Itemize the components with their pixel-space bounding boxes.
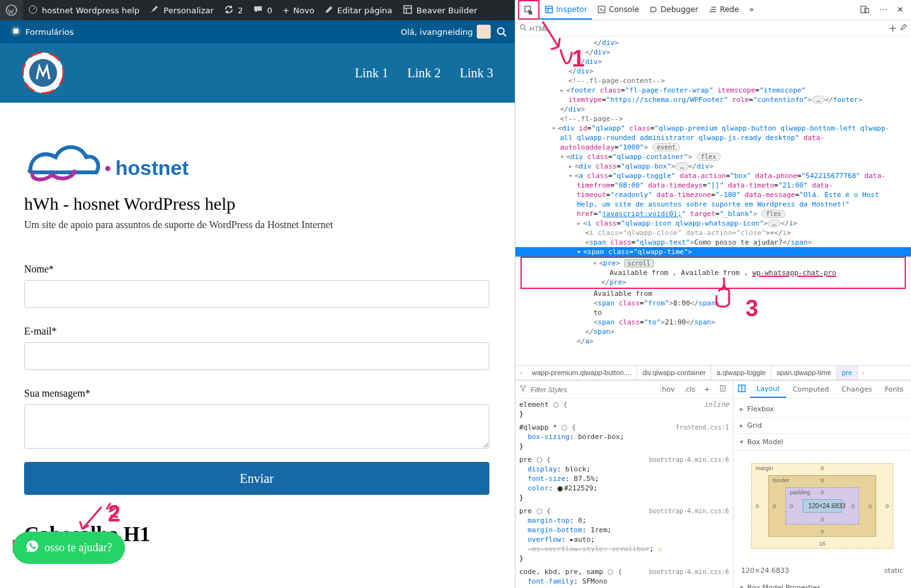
css-rules[interactable]: element {inline } #qlwapp * {frontend.cs… [515, 399, 733, 588]
element-picker[interactable] [518, 0, 539, 20]
plus-icon: + [283, 6, 290, 15]
nav-link-3[interactable]: Link 3 [460, 66, 493, 80]
crumb-3[interactable]: span.qlwapp-time [772, 366, 837, 380]
close-devtools[interactable]: ✕ [892, 0, 908, 20]
brush-icon [150, 4, 160, 16]
avatar-icon [477, 25, 491, 39]
styles-toolbar: :hov .cls + [515, 381, 733, 399]
svg-point-18 [553, 402, 559, 407]
boxmodel-section[interactable]: ▾Box Model [733, 434, 911, 451]
message-label: Sua mensagem* [24, 388, 491, 399]
layout-tabs: Layout Computed Changes Fonts [733, 381, 911, 399]
responsive-icon[interactable] [855, 0, 874, 20]
markup-tree[interactable]: </div> </div> </div> </div> <!--.fl-page… [515, 37, 911, 365]
svg-point-19 [562, 425, 567, 430]
submit-button[interactable]: Enviar [24, 462, 489, 495]
greeting[interactable]: Olá, ivangneiding [397, 25, 494, 39]
crumb-2[interactable]: a.qlwapp-toggle [711, 366, 772, 380]
site-logo[interactable] [22, 51, 65, 94]
console-tab[interactable]: Console [592, 0, 644, 20]
svg-point-22 [608, 570, 613, 575]
crumb-right[interactable]: › [858, 369, 869, 376]
html-search-bar: + [515, 20, 911, 37]
filter-icon [519, 385, 527, 394]
debugger-tab[interactable]: Debugger [644, 0, 703, 20]
box-model-diagram: margin 0 0 16 0 border 0 0 0 0 [733, 451, 911, 561]
svg-point-21 [537, 509, 542, 514]
email-input[interactable] [24, 342, 489, 370]
svg-point-8 [29, 59, 57, 87]
secondary-bar: Formulários Olá, ivangneiding [0, 20, 515, 43]
forms-item[interactable]: Formulários [6, 25, 77, 39]
html-search-input[interactable] [529, 25, 886, 32]
search-icon [519, 23, 527, 33]
layout-panel[interactable]: ▸Flexbox ▸Grid ▾Box Model margin 0 0 16 … [733, 399, 911, 588]
page-content: hostnet hWh - hosnet WordPress help Um s… [0, 103, 515, 588]
grid-section[interactable]: ▸Grid [733, 418, 911, 434]
devtools-toolbar: Inspetor Console Debugger Rede » ⋯ ✕ [515, 0, 911, 20]
add-node-icon[interactable]: + [889, 22, 897, 34]
svg-point-16 [520, 25, 526, 30]
layout-tab[interactable]: Layout [750, 381, 786, 398]
hostnet-logo: hostnet [24, 138, 208, 191]
computed-tab[interactable]: Computed [786, 381, 835, 398]
svg-rect-2 [404, 6, 411, 13]
whatsapp-icon [25, 539, 39, 556]
comment-icon [253, 4, 263, 16]
search-toggle[interactable] [494, 25, 508, 39]
comments-link[interactable]: 0 [248, 0, 277, 20]
hero-nav: Link 1 Link 2 Link 3 [0, 43, 515, 103]
crumb-0[interactable]: wapp-premium.qlwapp-button.... [527, 366, 637, 380]
inspector-tab[interactable]: Inspetor [539, 0, 592, 20]
edit-page-link[interactable]: Editar página [320, 0, 397, 20]
svg-point-0 [6, 5, 16, 15]
wp-logo[interactable] [0, 0, 23, 20]
message-textarea[interactable] [24, 404, 489, 449]
network-tab[interactable]: Rede [703, 0, 744, 20]
fonts-tab[interactable]: Fonts [878, 381, 910, 398]
crumb-1[interactable]: div.qlwapp-container [637, 366, 711, 380]
dimensions-value: 120×24.6833 [741, 566, 789, 575]
email-label: E-mail* [24, 326, 491, 337]
whatsapp-button[interactable]: osso te ajudar? [13, 532, 125, 564]
bmprops-section[interactable]: ▾Box Model Properties [733, 580, 911, 588]
flexbox-section[interactable]: ▸Flexbox [733, 401, 911, 418]
nav-link-1[interactable]: Link 1 [355, 66, 389, 80]
svg-point-20 [537, 457, 542, 463]
nav-link-2[interactable]: Link 2 [407, 66, 441, 80]
hov-button[interactable]: :hov [657, 384, 678, 395]
svg-point-5 [498, 28, 504, 34]
highlight-box-pre: ▾<pre> scroll Available from , Available… [520, 257, 906, 289]
beaver-builder-link[interactable]: Beaver Builder [397, 0, 482, 20]
position-value: static [884, 566, 903, 575]
crumb-4[interactable]: pre [837, 366, 858, 380]
svg-rect-12 [546, 6, 553, 13]
name-label: Nome* [24, 264, 491, 275]
kebab-icon[interactable]: ⋯ [874, 0, 892, 20]
more-tabs[interactable]: » [744, 0, 759, 20]
new-link[interactable]: +Novo [278, 0, 320, 20]
wp-admin-bar: hostnet Wordpress help Personalizar 2 0 … [0, 0, 515, 20]
changes-tab[interactable]: Changes [836, 381, 879, 398]
updates-link[interactable]: 2 [219, 0, 248, 20]
cls-button[interactable]: .cls [681, 384, 697, 395]
styles-settings-icon[interactable] [716, 383, 729, 395]
site-name[interactable]: hostnet Wordpress help [23, 0, 145, 20]
contact-form: Nome* E-mail* Sua mensagem* Enviar [24, 264, 491, 495]
customize-link[interactable]: Personalizar [145, 0, 219, 20]
breadcrumbs: ‹ wapp-premium.qlwapp-button.... div.qlw… [515, 365, 911, 380]
filter-styles-input[interactable] [531, 386, 654, 393]
new-rule-icon[interactable]: + [702, 384, 713, 395]
edit-html-icon[interactable] [900, 23, 907, 33]
layout-icon [403, 4, 413, 16]
name-input[interactable] [24, 280, 489, 308]
svg-text:hostnet: hostnet [115, 157, 189, 179]
crumb-left[interactable]: ‹ [515, 369, 527, 376]
dashboard-icon [28, 4, 38, 16]
page-subtitle: Um site de apoio para assuntos de suport… [24, 219, 491, 231]
layout-panel-toggle-icon[interactable] [733, 384, 750, 395]
svg-rect-15 [865, 8, 869, 13]
pencil-icon [325, 5, 333, 16]
svg-point-9 [105, 166, 110, 171]
page-title: hWh - hosnet WordPress help [24, 194, 491, 214]
